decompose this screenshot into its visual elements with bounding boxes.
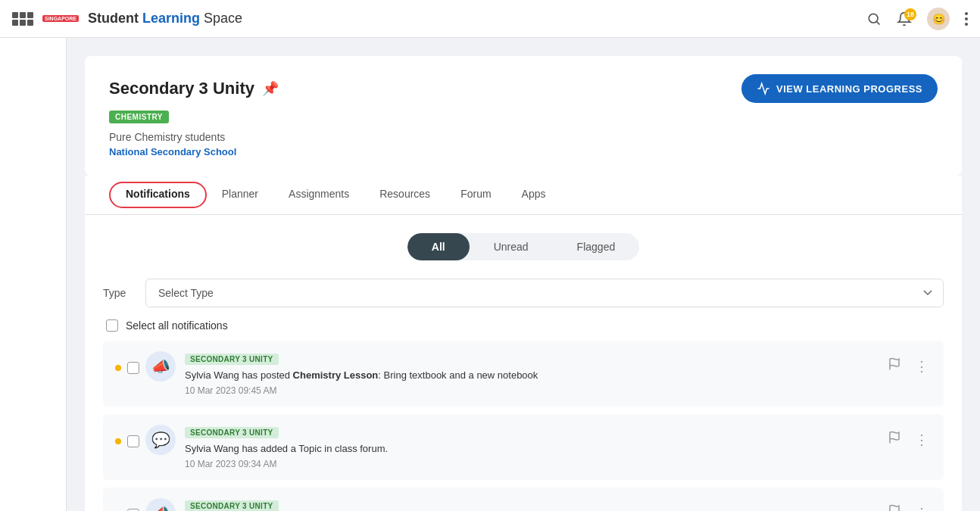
- notification-item: 📣 SECONDARY 3 UNITY Sylvia Wang has post…: [103, 488, 944, 511]
- notif-item-left: 📣: [115, 498, 176, 511]
- avatar[interactable]: 😊: [927, 8, 950, 30]
- search-button[interactable]: [866, 11, 882, 26]
- unread-dot: [115, 365, 121, 371]
- notif-body: SECONDARY 3 UNITY Sylvia Wang has posted…: [185, 351, 875, 396]
- flag-button[interactable]: [885, 428, 904, 451]
- svg-line-1: [877, 21, 880, 24]
- notifications-button[interactable]: 18: [897, 11, 912, 26]
- notification-count-badge: 18: [904, 8, 916, 20]
- type-label: Type: [103, 287, 133, 299]
- notif-tag: SECONDARY 3 UNITY: [185, 354, 279, 365]
- svg-point-2: [965, 12, 968, 15]
- tab-apps[interactable]: Apps: [507, 176, 561, 214]
- more-options-button[interactable]: ⋮: [912, 355, 932, 378]
- tab-assignments[interactable]: Assignments: [273, 176, 364, 214]
- tabs-bar: Notifications Planner Assignments Resour…: [85, 176, 962, 215]
- select-all-checkbox[interactable]: [106, 319, 118, 332]
- main-content: Secondary 3 Unity 📌 VIEW LEARNING PROGRE…: [67, 38, 980, 511]
- more-options-button[interactable]: ⋮: [912, 502, 932, 511]
- unread-dot: [115, 438, 121, 444]
- flag-button[interactable]: [885, 501, 904, 511]
- notif-text: Sylvia Wang has added a Topic in class f…: [185, 442, 875, 456]
- svg-point-0: [869, 14, 878, 23]
- tab-forum[interactable]: Forum: [445, 176, 506, 214]
- notif-time: 10 Mar 2023 09:45 AM: [185, 385, 875, 396]
- notif-item-left: 💬: [115, 425, 176, 455]
- notif-checkbox[interactable]: [127, 362, 139, 374]
- type-select[interactable]: Select Type: [145, 279, 944, 307]
- filter-unread[interactable]: Unread: [470, 233, 553, 260]
- course-title: Secondary 3 Unity 📌: [109, 79, 279, 98]
- notif-body: SECONDARY 3 UNITY Sylvia Wang has posted…: [185, 498, 875, 511]
- notif-item-left: 📣: [115, 351, 176, 382]
- notif-actions: ⋮: [885, 354, 932, 378]
- filter-all[interactable]: All: [407, 233, 470, 260]
- course-title-row: Secondary 3 Unity 📌 VIEW LEARNING PROGRE…: [109, 74, 938, 103]
- tab-resources[interactable]: Resources: [364, 176, 445, 214]
- tab-notifications[interactable]: Notifications: [109, 182, 207, 208]
- sidebar: [0, 38, 67, 511]
- grid-icon: [12, 12, 33, 26]
- course-description: Pure Chemistry students: [109, 131, 938, 143]
- notif-icon: 📣: [145, 351, 176, 382]
- pin-icon: 📌: [262, 80, 279, 97]
- notif-actions: ⋮: [885, 428, 932, 451]
- header-icons: 18 😊: [866, 8, 968, 30]
- tab-planner[interactable]: Planner: [207, 176, 273, 214]
- notification-list: 📣 SECONDARY 3 UNITY Sylvia Wang has post…: [103, 341, 944, 511]
- notif-time: 10 Mar 2023 09:34 AM: [185, 459, 875, 469]
- select-all-row: Select all notifications: [103, 319, 944, 332]
- filter-flagged[interactable]: Flagged: [553, 233, 640, 260]
- select-all-label: Select all notifications: [126, 319, 228, 332]
- notif-actions: ⋮: [885, 501, 932, 511]
- svg-point-4: [965, 23, 968, 26]
- notif-body: SECONDARY 3 UNITY Sylvia Wang has added …: [185, 425, 875, 469]
- notif-tag: SECONDARY 3 UNITY: [185, 500, 279, 511]
- notif-icon: 📣: [145, 498, 176, 511]
- view-progress-button[interactable]: VIEW LEARNING PROGRESS: [741, 74, 938, 103]
- more-options-button[interactable]: [965, 12, 968, 26]
- course-header: Secondary 3 Unity 📌 VIEW LEARNING PROGRE…: [85, 56, 962, 176]
- logo: SINGAPORE Student Learning Space: [12, 11, 242, 26]
- notification-item: 📣 SECONDARY 3 UNITY Sylvia Wang has post…: [103, 341, 944, 407]
- more-options-button[interactable]: ⋮: [912, 428, 932, 451]
- notif-icon: 💬: [145, 425, 176, 455]
- header: SINGAPORE Student Learning Space 18 😊: [0, 0, 980, 38]
- notif-text: Sylvia Wang has posted Chemistry Lesson:…: [185, 369, 875, 382]
- notif-checkbox[interactable]: [127, 435, 139, 447]
- filter-tabs: All Unread Flagged: [407, 233, 639, 260]
- svg-point-3: [965, 17, 968, 20]
- course-badge: CHEMISTRY: [109, 111, 169, 123]
- course-school: National Secondary School: [109, 146, 938, 157]
- type-filter-row: Type Select Type: [103, 279, 944, 307]
- notification-content: All Unread Flagged Type Select Type Sele…: [85, 215, 962, 511]
- logo-text: Student Learning Space: [88, 11, 242, 26]
- notification-item: 💬 SECONDARY 3 UNITY Sylvia Wang has adde…: [103, 414, 944, 480]
- flag-button[interactable]: [885, 354, 904, 378]
- notif-tag: SECONDARY 3 UNITY: [185, 427, 279, 438]
- singapore-badge: SINGAPORE: [42, 15, 79, 22]
